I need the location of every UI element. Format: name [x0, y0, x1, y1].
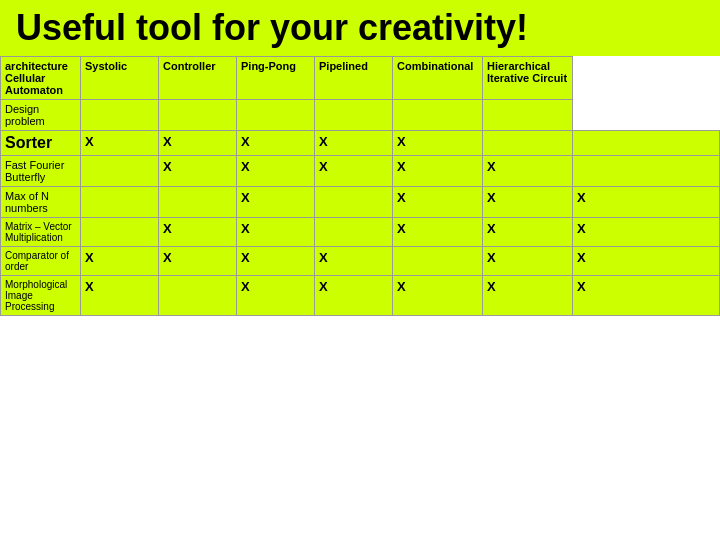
table-cell: X [393, 186, 483, 217]
table-cell: X [237, 275, 315, 315]
table-cell: X [237, 217, 315, 246]
col-header-systolic: Systolic [81, 56, 159, 99]
x-mark: X [577, 279, 586, 294]
table-cell: X [81, 130, 159, 155]
x-mark: X [241, 279, 250, 294]
x-mark: X [397, 190, 406, 205]
main-table-container: architecture Cellular Automaton Systolic… [0, 56, 720, 316]
x-mark: X [487, 221, 496, 236]
x-mark: X [487, 190, 496, 205]
table-cell: X [159, 130, 237, 155]
table-cell: X [393, 217, 483, 246]
col-header-arch: architecture Cellular Automaton [1, 56, 81, 99]
table-row: SorterXXXXX [1, 130, 720, 155]
x-mark: X [85, 134, 94, 149]
design-problem-label: Design problem [1, 99, 81, 130]
x-mark: X [241, 159, 250, 174]
table-cell: X [315, 130, 393, 155]
table-cell: X [159, 217, 237, 246]
table-cell [393, 246, 483, 275]
design-problem-row: Design problem [1, 99, 720, 130]
table-cell: X [237, 155, 315, 186]
title-bar: Useful tool for your creativity! [0, 0, 720, 56]
x-mark: X [487, 279, 496, 294]
table-row: Fast Fourier ButterflyXXXXX [1, 155, 720, 186]
table-cell: X [315, 246, 393, 275]
table-cell [573, 130, 720, 155]
x-mark: X [319, 279, 328, 294]
x-mark: X [241, 250, 250, 265]
comparison-table: architecture Cellular Automaton Systolic… [0, 56, 720, 316]
table-cell: X [393, 155, 483, 186]
table-cell [159, 186, 237, 217]
x-mark: X [85, 279, 94, 294]
table-cell: X [483, 246, 573, 275]
table-cell: X [483, 155, 573, 186]
table-cell [315, 186, 393, 217]
table-row: Max of N numbersXXXX [1, 186, 720, 217]
x-mark: X [319, 134, 328, 149]
x-mark: X [319, 250, 328, 265]
row-label: Max of N numbers [1, 186, 81, 217]
table-cell: X [483, 217, 573, 246]
row-label: Morphological Image Processing [1, 275, 81, 315]
table-cell [159, 275, 237, 315]
table-cell [573, 155, 720, 186]
x-mark: X [163, 134, 172, 149]
row-label: Matrix – Vector Multiplication [1, 217, 81, 246]
page-title: Useful tool for your creativity! [16, 7, 528, 48]
table-cell: X [159, 246, 237, 275]
table-cell: X [237, 130, 315, 155]
x-mark: X [163, 159, 172, 174]
x-mark: X [241, 134, 250, 149]
table-cell: X [81, 246, 159, 275]
table-row: Matrix – Vector MultiplicationXXXXX [1, 217, 720, 246]
table-cell: X [483, 186, 573, 217]
table-cell [81, 155, 159, 186]
x-mark: X [397, 279, 406, 294]
table-cell: X [159, 155, 237, 186]
x-mark: X [577, 221, 586, 236]
table-cell [81, 217, 159, 246]
table-cell [483, 130, 573, 155]
x-mark: X [397, 159, 406, 174]
col-header-controller: Controller [159, 56, 237, 99]
table-cell: X [237, 186, 315, 217]
x-mark: X [163, 221, 172, 236]
table-cell: X [393, 130, 483, 155]
table-row: Morphological Image ProcessingXXXXXX [1, 275, 720, 315]
table-cell: X [393, 275, 483, 315]
table-cell [81, 186, 159, 217]
x-mark: X [241, 190, 250, 205]
col-header-hierarchical: Hierarchical Iterative Circuit [483, 56, 573, 99]
row-label: Comparator of order [1, 246, 81, 275]
table-cell: X [573, 275, 720, 315]
x-mark: X [487, 250, 496, 265]
col-header-combinational: Combinational [393, 56, 483, 99]
col-header-pingpong: Ping-Pong [237, 56, 315, 99]
x-mark: X [487, 159, 496, 174]
col-header-pipelined: Pipelined [315, 56, 393, 99]
table-cell: X [483, 275, 573, 315]
table-cell [315, 217, 393, 246]
table-cell: X [237, 246, 315, 275]
table-cell: X [315, 155, 393, 186]
table-cell: X [315, 275, 393, 315]
table-row: Comparator of orderXXXXXX [1, 246, 720, 275]
x-mark: X [319, 159, 328, 174]
x-mark: X [163, 250, 172, 265]
x-mark: X [397, 221, 406, 236]
x-mark: X [577, 190, 586, 205]
table-cell: X [81, 275, 159, 315]
header-row: architecture Cellular Automaton Systolic… [1, 56, 720, 99]
table-cell: X [573, 186, 720, 217]
table-cell: X [573, 246, 720, 275]
x-mark: X [577, 250, 586, 265]
row-label: Sorter [1, 130, 81, 155]
row-label: Fast Fourier Butterfly [1, 155, 81, 186]
x-mark: X [85, 250, 94, 265]
x-mark: X [397, 134, 406, 149]
table-cell: X [573, 217, 720, 246]
x-mark: X [241, 221, 250, 236]
